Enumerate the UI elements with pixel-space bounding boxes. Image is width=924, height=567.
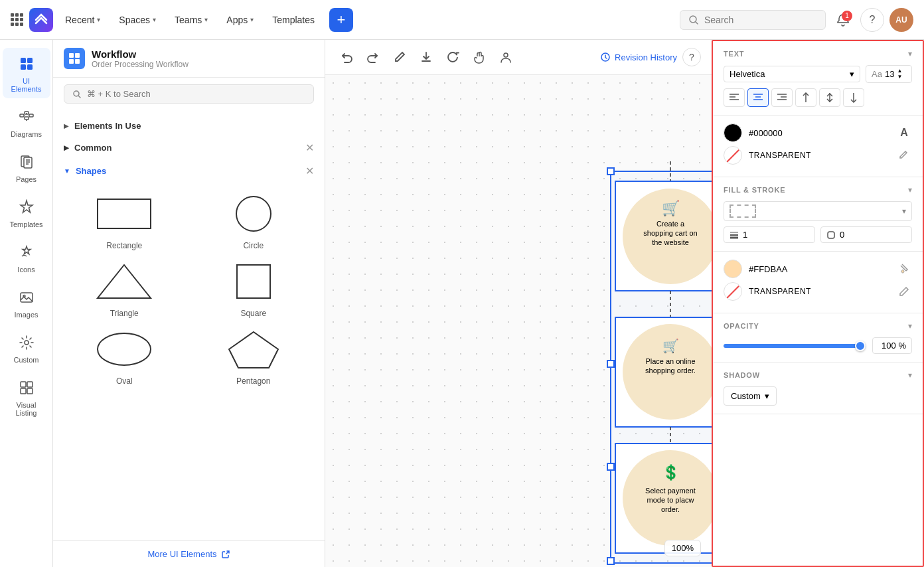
revision-history-button[interactable]: Revision History bbox=[600, 52, 677, 62]
fill-color-hex: #FFDBAA bbox=[749, 264, 889, 274]
stroke-color-swatch[interactable] bbox=[724, 282, 742, 301]
svg-rect-25 bbox=[69, 53, 74, 58]
shape-oval[interactable]: Oval bbox=[64, 326, 185, 386]
svg-text:Place an online: Place an online bbox=[645, 357, 695, 365]
font-bg-color-bucket-icon[interactable] bbox=[896, 147, 912, 163]
redo-button[interactable] bbox=[362, 46, 384, 68]
sidebar-item-templates[interactable]: Templates bbox=[3, 191, 50, 234]
nav-teams[interactable]: Teams ▾ bbox=[168, 11, 214, 29]
svg-text:🛒: 🛒 bbox=[662, 338, 679, 354]
font-size-stepper[interactable]: ▲ ▼ bbox=[897, 68, 902, 80]
valign-middle-button[interactable] bbox=[819, 88, 840, 107]
shape-triangle[interactable]: Triangle bbox=[64, 258, 185, 318]
zoom-level: 100% bbox=[672, 543, 694, 553]
font-bg-color-swatch[interactable] bbox=[724, 146, 742, 165]
nav-spaces-chevron: ▾ bbox=[153, 16, 156, 23]
font-size-up[interactable]: ▲ bbox=[897, 68, 902, 74]
download-button[interactable] bbox=[416, 46, 437, 68]
search-bar[interactable] bbox=[680, 10, 826, 30]
font-size-value: 13 bbox=[885, 69, 894, 79]
fill-color-bucket-icon[interactable] bbox=[896, 261, 912, 277]
app-grid-icon[interactable] bbox=[11, 13, 24, 27]
app-logo[interactable] bbox=[29, 8, 53, 32]
align-center-button[interactable] bbox=[747, 88, 769, 107]
pen-button[interactable] bbox=[389, 46, 410, 68]
font-color-swatch[interactable] bbox=[724, 123, 742, 142]
search-input[interactable] bbox=[704, 15, 810, 25]
nav-spaces[interactable]: Spaces ▾ bbox=[112, 11, 163, 29]
canvas-svg: 🛒 Create a shopping cart on the website … bbox=[325, 75, 712, 567]
shadow-header[interactable]: SHADOW ▾ bbox=[724, 370, 912, 380]
hand-button[interactable] bbox=[469, 46, 490, 68]
shapes-close-button[interactable]: ✕ bbox=[305, 165, 314, 177]
sidebar-item-ui-elements[interactable]: UI Elements bbox=[3, 48, 50, 98]
stroke-width-input[interactable]: 1 bbox=[724, 226, 815, 243]
shape-square[interactable]: Square bbox=[193, 258, 315, 318]
opacity-slider[interactable] bbox=[724, 344, 866, 348]
user-avatar[interactable]: AU bbox=[889, 8, 913, 32]
svg-point-31 bbox=[236, 197, 271, 231]
valign-bottom-button[interactable] bbox=[843, 88, 864, 107]
canvas-grid[interactable]: 🛒 Create a shopping cart on the website … bbox=[325, 75, 712, 567]
font-family-select[interactable]: Helvetica ▾ bbox=[724, 66, 860, 82]
svg-text:mode to placw: mode to placw bbox=[647, 496, 694, 504]
fill-color-swatch[interactable] bbox=[724, 260, 742, 278]
stroke-color-pencil-icon[interactable] bbox=[896, 284, 912, 299]
align-left-button[interactable] bbox=[724, 88, 745, 107]
nav-apps-chevron: ▾ bbox=[250, 16, 254, 23]
nav-recent[interactable]: Recent ▾ bbox=[58, 11, 107, 29]
svg-rect-22 bbox=[27, 382, 33, 387]
sidebar-item-custom[interactable]: Custom bbox=[3, 327, 50, 369]
shapes-section-header[interactable]: ▼ Shapes ✕ bbox=[53, 159, 325, 183]
stroke-style-select[interactable]: ▾ bbox=[724, 201, 912, 221]
sync-button[interactable] bbox=[442, 46, 463, 68]
valign-top-button[interactable] bbox=[795, 88, 816, 107]
shape-rectangle[interactable]: Rectangle bbox=[64, 191, 185, 250]
align-right-button[interactable] bbox=[771, 88, 793, 107]
font-color-text-icon[interactable]: A bbox=[896, 125, 912, 141]
sidebar-item-diagrams[interactable]: Diagrams bbox=[3, 101, 50, 143]
images-label: Images bbox=[14, 311, 38, 319]
notifications-button[interactable]: 1 bbox=[831, 8, 855, 32]
stroke-corner-input[interactable]: 0 bbox=[820, 226, 912, 243]
font-size-down[interactable]: ▼ bbox=[897, 74, 902, 80]
font-size-label: Aa bbox=[872, 69, 882, 79]
fill-color-section: #FFDBAA transparent bbox=[713, 252, 923, 313]
top-nav: Recent ▾ Spaces ▾ Teams ▾ Apps ▾ Templat… bbox=[0, 0, 924, 40]
opacity-header[interactable]: OPACITY ▾ bbox=[724, 321, 912, 331]
undo-button[interactable] bbox=[336, 46, 357, 68]
fill-stroke-header[interactable]: FILL & STROKE ▾ bbox=[724, 185, 912, 195]
font-size-input[interactable]: Aa 13 ▲ ▼ bbox=[866, 65, 912, 83]
svg-text:order.: order. bbox=[661, 505, 680, 513]
new-item-button[interactable]: + bbox=[329, 8, 353, 32]
sidebar-item-pages[interactable]: Pages bbox=[3, 146, 50, 189]
panel-search-input[interactable] bbox=[87, 89, 305, 99]
svg-text:💲: 💲 bbox=[662, 463, 680, 481]
help-button[interactable]: ? bbox=[860, 8, 884, 32]
shadow-type-dropdown[interactable]: Custom ▾ bbox=[724, 386, 777, 406]
common-section-header[interactable]: ▶ Common ✕ bbox=[53, 136, 325, 159]
diagrams-label: Diagrams bbox=[11, 130, 42, 138]
shape-circle[interactable]: Circle bbox=[193, 191, 315, 250]
shape-pentagon[interactable]: Pentagon bbox=[193, 326, 315, 386]
svg-rect-3 bbox=[21, 64, 26, 70]
nav-apps[interactable]: Apps ▾ bbox=[220, 11, 260, 29]
font-family-value: Helvetica bbox=[730, 69, 765, 79]
fill-stroke-title: FILL & STROKE bbox=[724, 186, 785, 194]
more-elements-button[interactable]: More UI Elements bbox=[53, 540, 325, 567]
sidebar-item-icons[interactable]: Icons bbox=[3, 236, 50, 279]
sidebar-item-images[interactable]: Images bbox=[3, 282, 50, 324]
text-section-header[interactable]: TEXT ▾ bbox=[724, 49, 912, 58]
nav-templates[interactable]: Templates bbox=[266, 11, 321, 29]
shape-square-label: Square bbox=[240, 309, 266, 318]
canvas-help-button[interactable]: ? bbox=[682, 48, 701, 66]
elements-in-use-section[interactable]: ▶ Elements In Use bbox=[53, 116, 325, 136]
common-close-button[interactable]: ✕ bbox=[305, 141, 314, 154]
shapes-arrow: ▼ bbox=[64, 167, 70, 175]
user-button[interactable] bbox=[495, 46, 516, 68]
stroke-color-row: transparent bbox=[724, 282, 912, 301]
shape-pentagon-label: Pentagon bbox=[236, 376, 270, 386]
svg-rect-27 bbox=[69, 59, 74, 64]
sidebar-item-visual-listing[interactable]: Visual Listing bbox=[3, 372, 50, 422]
opacity-value-input[interactable]: 100 % bbox=[872, 337, 912, 354]
